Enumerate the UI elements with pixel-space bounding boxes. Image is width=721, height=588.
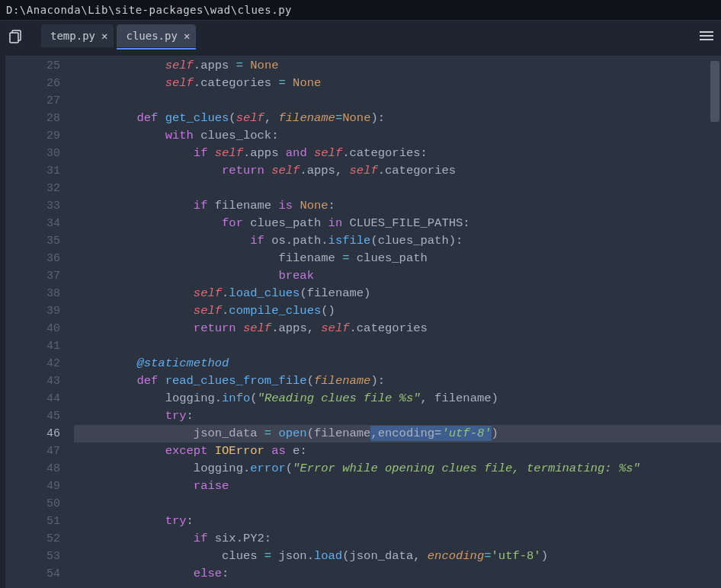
line-number: 26	[5, 75, 60, 92]
line-number: 37	[5, 267, 60, 285]
code-line: try:	[74, 407, 721, 425]
code-line	[74, 92, 721, 110]
line-number: 50	[5, 495, 60, 513]
line-number: 30	[5, 145, 60, 162]
tab-label: clues.py	[126, 30, 177, 42]
svg-rect-1	[10, 33, 18, 43]
code-line: if self.apps and self.categories:	[74, 145, 721, 162]
code-line: if six.PY2:	[74, 530, 721, 548]
code-line: return self.apps, self.categories	[74, 162, 721, 180]
line-number: 27	[5, 92, 60, 110]
line-number: 48	[5, 460, 60, 478]
code-line-current: json_data = open(filename,encoding='utf-…	[74, 425, 721, 443]
editor[interactable]: 2526272829303132333435363738394041424344…	[0, 50, 721, 588]
line-number: 46	[5, 425, 60, 443]
code-line: def get_clues(self, filename=None):	[74, 110, 721, 127]
code-line: self.compile_clues()	[74, 302, 721, 320]
line-number: 25	[5, 57, 60, 75]
toolbar: temp.py ✕ clues.py ✕	[0, 20, 721, 50]
code-line: with clues_lock:	[74, 127, 721, 145]
line-number: 32	[5, 180, 60, 197]
code-line: break	[74, 267, 721, 285]
line-number: 53	[5, 548, 60, 565]
line-number: 40	[5, 320, 60, 337]
hamburger-icon[interactable]	[700, 31, 713, 40]
line-number: 36	[5, 250, 60, 267]
code-line: def read_clues_from_file(filename):	[74, 372, 721, 390]
code-line: logging.error("Error while opening clues…	[74, 460, 721, 478]
line-number: 49	[5, 478, 60, 495]
tab-bar: temp.py ✕ clues.py ✕	[41, 24, 196, 47]
titlebar: D:\Anaconda\Lib\site-packages\wad\clues.…	[0, 0, 721, 20]
line-number: 39	[5, 302, 60, 320]
code-line: clues = json.load(json_data, encoding='u…	[74, 548, 721, 565]
code-line: self.apps = None	[74, 57, 721, 75]
code-area[interactable]: self.apps = None self.categories = None …	[74, 56, 721, 588]
code-line: @staticmethod	[74, 355, 721, 372]
code-line: logging.info("Reading clues file %s", fi…	[74, 390, 721, 407]
line-number: 38	[5, 285, 60, 302]
close-icon[interactable]: ✕	[101, 30, 107, 42]
line-number: 45	[5, 407, 60, 425]
close-icon[interactable]: ✕	[184, 30, 190, 42]
line-number: 52	[5, 530, 60, 548]
files-icon[interactable]	[8, 27, 26, 45]
code-line: try:	[74, 513, 721, 530]
line-number: 28	[5, 110, 60, 127]
code-line: self.load_clues(filename)	[74, 285, 721, 302]
tab-clues-py[interactable]: clues.py ✕	[117, 24, 196, 47]
code-line: filename = clues_path	[74, 250, 721, 267]
code-line: self.categories = None	[74, 75, 721, 92]
line-number: 51	[5, 513, 60, 530]
line-number: 35	[5, 232, 60, 250]
code-line: raise	[74, 478, 721, 495]
line-number: 33	[5, 197, 60, 215]
code-line: return self.apps, self.categories	[74, 320, 721, 337]
code-line	[74, 180, 721, 197]
code-line	[74, 495, 721, 513]
code-line	[74, 337, 721, 355]
line-number: 34	[5, 215, 60, 232]
line-number: 54	[5, 565, 60, 583]
file-path: D:\Anaconda\Lib\site-packages\wad\clues.…	[6, 4, 292, 16]
line-gutter: 2526272829303132333435363738394041424344…	[5, 56, 74, 588]
code-line: if os.path.isfile(clues_path):	[74, 232, 721, 250]
code-line: for clues_path in CLUES_FILE_PATHS:	[74, 215, 721, 232]
code-line: except IOError as e:	[74, 443, 721, 460]
scrollbar-thumb[interactable]	[710, 61, 719, 122]
line-number: 31	[5, 162, 60, 180]
line-number: 41	[5, 337, 60, 355]
tab-temp-py[interactable]: temp.py ✕	[41, 24, 114, 47]
line-number: 47	[5, 443, 60, 460]
line-number: 29	[5, 127, 60, 145]
line-number: 42	[5, 355, 60, 372]
tab-label: temp.py	[50, 30, 95, 42]
line-number: 44	[5, 390, 60, 407]
code-line: if filename is None:	[74, 197, 721, 215]
line-number: 43	[5, 372, 60, 390]
code-line: else:	[74, 565, 721, 583]
